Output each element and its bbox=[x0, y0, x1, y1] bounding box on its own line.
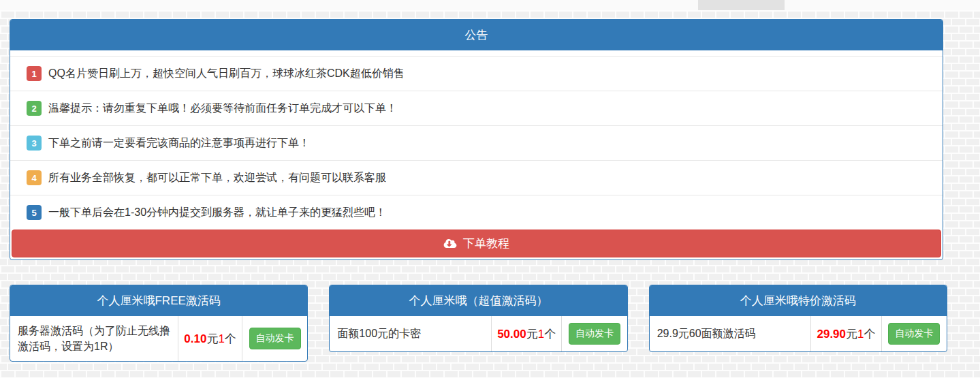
product-card-special: 个人厘米哦特价激活码 29.9元60面额激活码 29.90元1个 自动发卡 bbox=[649, 285, 947, 352]
order-tutorial-button[interactable]: 下单教程 bbox=[12, 230, 941, 257]
product-card-title: 个人厘米哦（超值激活码） bbox=[330, 285, 627, 316]
announcement-item-2: 2 温馨提示：请勿重复下单哦！必须要等待前面任务订单完成才可以下单！ bbox=[10, 91, 943, 125]
top-white-strip bbox=[0, 0, 980, 10]
price-value: 50.00 bbox=[497, 328, 526, 341]
quantity-value: 1 bbox=[218, 332, 224, 345]
item-number-badge: 3 bbox=[27, 136, 42, 151]
product-row: 服务器激活码（为了防止无线撸激活码，设置为1R） 0.10元1个 自动发卡 bbox=[10, 316, 307, 361]
product-price: 29.90元1个 bbox=[811, 316, 881, 351]
product-action-cell: 自动发卡 bbox=[881, 316, 947, 351]
quantity-value: 1 bbox=[857, 328, 864, 341]
announcement-item-3: 3 下单之前请一定要看完该商品的注意事项再进行下单！ bbox=[10, 125, 943, 160]
product-table: 服务器激活码（为了防止无线撸激活码，设置为1R） 0.10元1个 自动发卡 bbox=[10, 316, 307, 361]
auto-deliver-button[interactable]: 自动发卡 bbox=[569, 323, 620, 345]
product-card-free: 个人厘米哦FREE激活码 服务器激活码（为了防止无线撸激活码，设置为1R） 0.… bbox=[10, 285, 308, 362]
order-tutorial-label: 下单教程 bbox=[463, 236, 509, 251]
top-gray-box bbox=[698, 0, 785, 10]
product-name: 面额100元的卡密 bbox=[330, 316, 491, 351]
announcement-item-1: 1 QQ名片赞日刷上万，超快空间人气日刷百万，球球冰红茶CDK超低价销售 bbox=[10, 56, 943, 91]
product-card-title: 个人厘米哦特价激活码 bbox=[650, 285, 947, 316]
auto-deliver-button[interactable]: 自动发卡 bbox=[888, 323, 940, 345]
announcement-item-text: 所有业务全部恢复，都可以正常下单，欢迎尝试，有问题可以联系客服 bbox=[48, 171, 386, 185]
quantity-value: 1 bbox=[538, 328, 544, 341]
item-number-badge: 2 bbox=[27, 101, 42, 116]
item-number-badge: 4 bbox=[27, 170, 42, 185]
item-number-badge: 1 bbox=[27, 66, 42, 81]
product-row: 29.9元60面额激活码 29.90元1个 自动发卡 bbox=[650, 316, 947, 351]
unit-label: 个 bbox=[544, 328, 556, 341]
product-card-value: 个人厘米哦（超值激活码） 面额100元的卡密 50.00元1个 自动发卡 bbox=[329, 285, 627, 352]
product-price: 0.10元1个 bbox=[178, 316, 242, 361]
announcement-item-text: 下单之前请一定要看完该商品的注意事项再进行下单！ bbox=[48, 136, 310, 151]
cloud-download-icon bbox=[443, 238, 457, 249]
announcement-list: 1 QQ名片赞日刷上万，超快空间人气日刷百万，球球冰红茶CDK超低价销售 2 温… bbox=[10, 50, 943, 230]
unit-label: 个 bbox=[864, 328, 876, 341]
announcement-item-text: 温馨提示：请勿重复下单哦！必须要等待前面任务订单完成才可以下单！ bbox=[48, 101, 397, 116]
product-cards-row: 个人厘米哦FREE激活码 服务器激活码（为了防止无线撸激活码，设置为1R） 0.… bbox=[10, 285, 947, 362]
product-card-title: 个人厘米哦FREE激活码 bbox=[10, 285, 307, 316]
product-table: 29.9元60面额激活码 29.90元1个 自动发卡 bbox=[650, 316, 947, 351]
announcement-item-4: 4 所有业务全部恢复，都可以正常下单，欢迎尝试，有问题可以联系客服 bbox=[10, 160, 943, 195]
price-value: 29.90 bbox=[817, 328, 846, 341]
announcement-item-text: QQ名片赞日刷上万，超快空间人气日刷百万，球球冰红茶CDK超低价销售 bbox=[48, 67, 405, 81]
announcement-item-5: 5 一般下单后会在1-30分钟内提交到服务器，就让单子来的更猛烈些吧！ bbox=[10, 195, 943, 230]
unit-label: 个 bbox=[225, 332, 236, 345]
currency-label: 元 bbox=[206, 332, 218, 345]
product-action-cell: 自动发卡 bbox=[562, 316, 627, 351]
product-price: 50.00元1个 bbox=[492, 316, 562, 351]
currency-label: 元 bbox=[846, 328, 857, 341]
currency-label: 元 bbox=[526, 328, 538, 341]
product-row: 面额100元的卡密 50.00元1个 自动发卡 bbox=[330, 316, 627, 351]
announcement-panel-title: 公告 bbox=[10, 20, 943, 50]
auto-deliver-button[interactable]: 自动发卡 bbox=[249, 328, 301, 349]
product-action-cell: 自动发卡 bbox=[242, 316, 307, 361]
product-name: 29.9元60面额激活码 bbox=[650, 316, 811, 351]
product-name: 服务器激活码（为了防止无线撸激活码，设置为1R） bbox=[10, 316, 178, 361]
announcement-item-text: 一般下单后会在1-30分钟内提交到服务器，就让单子来的更猛烈些吧！ bbox=[48, 206, 386, 220]
price-value: 0.10 bbox=[184, 332, 206, 345]
product-table: 面额100元的卡密 50.00元1个 自动发卡 bbox=[330, 316, 627, 351]
item-number-badge: 5 bbox=[27, 205, 42, 220]
announcement-panel: 公告 1 QQ名片赞日刷上万，超快空间人气日刷百万，球球冰红茶CDK超低价销售 … bbox=[10, 19, 943, 260]
